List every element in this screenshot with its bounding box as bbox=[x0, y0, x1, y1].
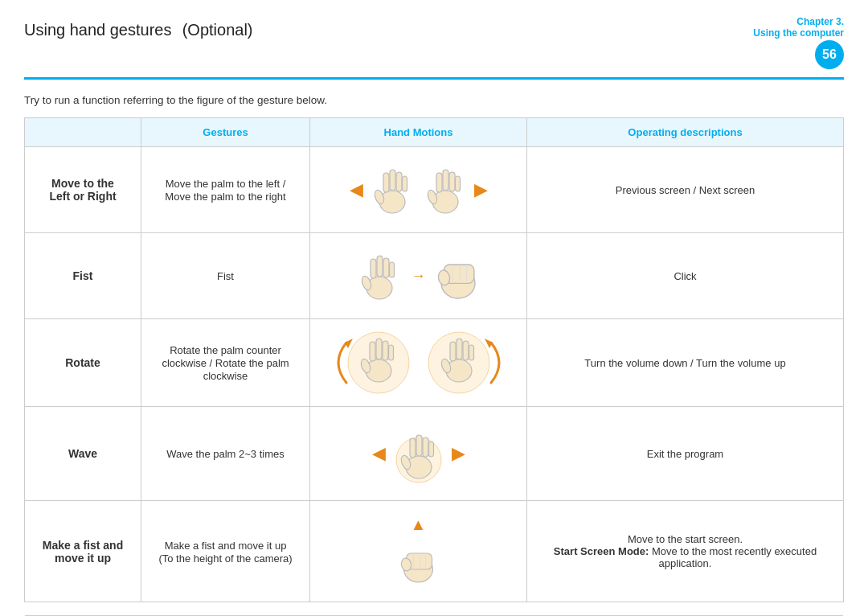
table-header-row: Gestures Hand Motions Operating descript… bbox=[25, 118, 844, 147]
hand-motion-cell: ▲ bbox=[310, 501, 527, 602]
gesture-name: Rotate bbox=[65, 356, 100, 369]
gesture-description: Move the palm to the left /Move the palm… bbox=[165, 178, 285, 203]
gesture-description: Rotate the palm counter clockwise / Rota… bbox=[162, 344, 289, 382]
header-empty bbox=[25, 118, 141, 147]
header-gestures: Gestures bbox=[141, 118, 310, 147]
gesture-name: Wave bbox=[68, 447, 97, 460]
svg-rect-25 bbox=[455, 176, 460, 191]
gesture-name: Fist bbox=[73, 269, 93, 282]
table-row: Move to theLeft or Right Move the palm t… bbox=[25, 147, 844, 233]
table-row: Wave Wave the palm 2~3 times ◀ bbox=[25, 407, 844, 501]
arrow-left-icon: ◀ bbox=[350, 179, 363, 200]
operating-desc-cell: Exit the program bbox=[527, 407, 844, 501]
hand-motion-cell: ◀ ▶ bbox=[310, 407, 527, 501]
svg-rect-28 bbox=[371, 259, 376, 278]
gesture-name-cell: Rotate bbox=[25, 319, 141, 407]
gesture-desc-cell: Move the palm to the left /Move the palm… bbox=[141, 147, 310, 233]
svg-rect-59 bbox=[423, 437, 428, 457]
gesture-desc-cell: Rotate the palm counter clockwise / Rota… bbox=[141, 319, 310, 407]
svg-rect-60 bbox=[428, 441, 433, 457]
operating-desc-cell: Previous screen / Next screen bbox=[527, 147, 844, 233]
svg-rect-30 bbox=[383, 258, 389, 277]
svg-rect-52 bbox=[463, 341, 469, 360]
gesture-name-cell: Wave bbox=[25, 407, 141, 501]
gesture-description: Fist bbox=[217, 270, 234, 282]
svg-rect-45 bbox=[376, 339, 382, 359]
rotate-illustration bbox=[322, 322, 515, 403]
hand-fist-up-illustration bbox=[396, 539, 440, 587]
hand-motion-cell bbox=[310, 319, 527, 407]
title-subtitle: (Optional) bbox=[182, 21, 253, 39]
svg-marker-40 bbox=[345, 339, 353, 348]
gesture-name-cell: Make a fist andmove it up bbox=[25, 501, 141, 602]
operating-desc-cell: Move to the start screen. Start Screen M… bbox=[527, 501, 844, 602]
gesture-desc-cell: Make a fist and move it up(To the height… bbox=[141, 501, 310, 602]
page-header: Using hand gestures (Optional) Chapter 3… bbox=[24, 16, 844, 80]
svg-rect-44 bbox=[370, 342, 375, 361]
svg-rect-16 bbox=[383, 173, 389, 192]
arrow-up-icon: ▲ bbox=[411, 515, 427, 534]
svg-rect-31 bbox=[389, 262, 394, 277]
svg-rect-53 bbox=[469, 345, 473, 360]
page-title: Using hand gestures (Optional) bbox=[24, 16, 253, 41]
hand-fist-illustration bbox=[434, 248, 482, 304]
arrow-left-icon: ◀ bbox=[372, 443, 386, 464]
table-row: Rotate Rotate the palm counter clockwise… bbox=[25, 319, 844, 407]
title-main: Using hand gestures bbox=[24, 21, 171, 39]
hand-wave-illustration bbox=[391, 421, 447, 486]
gesture-name-cell: Move to theLeft or Right bbox=[25, 147, 141, 233]
hand-motion-cell: ◀ bbox=[310, 147, 527, 233]
svg-rect-57 bbox=[410, 438, 416, 458]
hand-motion-cell: → bbox=[310, 233, 527, 319]
gesture-table: Gestures Hand Motions Operating descript… bbox=[24, 117, 844, 602]
chapter-text: Chapter 3. bbox=[796, 16, 844, 27]
header-operating: Operating descriptions bbox=[527, 118, 844, 147]
table-row: Fist Fist → bbox=[25, 233, 844, 319]
svg-rect-19 bbox=[402, 176, 407, 191]
gesture-name: Move to theLeft or Right bbox=[49, 177, 116, 203]
hand-open-illustration bbox=[355, 248, 403, 304]
intro-text: Try to run a function referring to the f… bbox=[24, 94, 844, 106]
gesture-desc-cell: Fist bbox=[141, 233, 310, 319]
svg-rect-23 bbox=[443, 170, 448, 191]
operating-desc-cell: Turn the volume down / Turn the volume u… bbox=[527, 319, 844, 407]
arrow-to-icon: → bbox=[411, 268, 426, 285]
operating-desc-cell: Click bbox=[527, 233, 844, 319]
arrow-right-icon: ▶ bbox=[474, 179, 488, 200]
page-number: 56 bbox=[815, 40, 844, 69]
gesture-name: Make a fist andmove it up bbox=[43, 539, 123, 565]
svg-rect-24 bbox=[449, 172, 455, 191]
svg-rect-17 bbox=[390, 170, 395, 191]
svg-rect-51 bbox=[457, 339, 462, 359]
svg-rect-47 bbox=[388, 345, 393, 360]
svg-rect-58 bbox=[416, 435, 422, 456]
hand-illustration-2 bbox=[421, 162, 469, 218]
hand-illustration bbox=[368, 162, 416, 218]
svg-rect-18 bbox=[396, 172, 402, 191]
svg-rect-29 bbox=[377, 256, 383, 277]
arrow-right-icon: ▶ bbox=[452, 443, 465, 464]
svg-marker-41 bbox=[485, 339, 493, 348]
header-hand-motions: Hand Motions bbox=[310, 118, 527, 147]
table-row: Make a fist andmove it up Make a fist an… bbox=[25, 501, 844, 602]
svg-rect-46 bbox=[383, 341, 388, 360]
gesture-desc-cell: Wave the palm 2~3 times bbox=[141, 407, 310, 501]
chapter-badge: Chapter 3. Using the computer 56 bbox=[753, 16, 844, 69]
svg-rect-50 bbox=[450, 342, 456, 361]
gesture-description: Make a fist and move it up(To the height… bbox=[158, 540, 292, 565]
svg-rect-22 bbox=[436, 173, 442, 192]
chapter-sub-text: Using the computer bbox=[753, 27, 844, 39]
gesture-description: Wave the palm 2~3 times bbox=[166, 448, 285, 460]
gesture-name-cell: Fist bbox=[25, 233, 141, 319]
